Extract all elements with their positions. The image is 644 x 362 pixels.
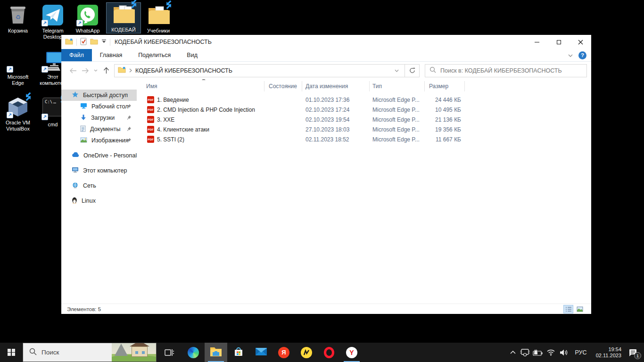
search-input[interactable]	[440, 67, 582, 74]
desktop-icon-recycle-bin[interactable]: ♻ Корзина	[1, 4, 35, 34]
clock[interactable]: 19:54 02.11.2023	[591, 343, 622, 362]
task-view-button[interactable]	[157, 343, 182, 362]
sidebar-item-onedrive[interactable]: OneDrive - Personal	[61, 150, 137, 161]
sidebar-item-label: Рабочий стол	[91, 103, 128, 110]
taskbar-search-input[interactable]	[41, 349, 93, 356]
sidebar-item-this-pc[interactable]: Этот компьютер	[61, 165, 137, 176]
sidebar-item-quick-access[interactable]: Быстрый доступ	[61, 90, 137, 101]
file-name: 4. Клиентские атаки	[157, 126, 209, 133]
address-dropdown-icon[interactable]	[392, 69, 401, 72]
file-list-pane: Имя Состояние Дата изменения Тип Размер …	[137, 79, 591, 304]
taskbar-search[interactable]	[23, 343, 157, 362]
file-row[interactable]: PDF 4. Клиентские атаки 27.10.2023 18:03…	[137, 125, 591, 135]
sidebar-item-label: Изображения	[91, 137, 129, 144]
new-folder-button[interactable]	[90, 38, 98, 46]
sidebar-item-desktop[interactable]: Рабочий стол	[61, 101, 137, 112]
breadcrumb[interactable]: КОДЕБАЙ КИБЕРБЕЗОПАСНОСТЬ	[135, 67, 232, 74]
action-center-button[interactable]: 1	[622, 343, 644, 362]
address-bar[interactable]: КОДЕБАЙ КИБЕРБЕЗОПАСНОСТЬ	[114, 64, 405, 77]
column-divider[interactable]	[464, 81, 465, 91]
file-modified: 02.10.2023 17:24	[305, 107, 349, 113]
thumbnails-view-button[interactable]	[575, 305, 585, 313]
column-header-type[interactable]: Тип	[372, 83, 382, 90]
column-header-size[interactable]: Размер	[429, 83, 448, 90]
refresh-button[interactable]	[405, 64, 420, 77]
column-header-modified[interactable]: Дата изменения	[305, 83, 348, 90]
battery-charging-icon[interactable]	[531, 343, 545, 362]
desktop-icon-edge[interactable]: Microsoft Edge	[1, 50, 35, 86]
taskbar-app-opera[interactable]	[318, 343, 340, 362]
up-button[interactable]	[100, 65, 112, 77]
back-button[interactable]	[67, 65, 79, 77]
file-row[interactable]: PDF 1. Введение 01.10.2023 17:36 Microso…	[137, 95, 591, 105]
volume-icon[interactable]	[557, 343, 570, 362]
breadcrumb-chevron-icon	[129, 67, 132, 74]
sidebar-item-network[interactable]: Сеть	[61, 180, 137, 191]
this-pc-icon	[72, 167, 79, 174]
wifi-icon[interactable]	[545, 343, 557, 362]
expand-ribbon-icon[interactable]	[568, 52, 573, 58]
details-view-button[interactable]	[563, 305, 573, 313]
file-row[interactable]: PDF 5. SSTI (2) 02.11.2023 18:52 Microso…	[137, 135, 591, 145]
start-button[interactable]	[0, 343, 23, 362]
search-box[interactable]	[425, 64, 587, 77]
sidebar-item-label: Этот компьютер	[83, 167, 127, 174]
file-type: Microsoft Edge P...	[372, 136, 420, 143]
desktop-icon-virtualbox[interactable]: Oracle VM VirtualBox	[1, 96, 35, 132]
explorer-body: Быстрый доступ Рабочий стол Загрузки Док…	[61, 79, 591, 304]
sidebar-item-downloads[interactable]: Загрузки	[61, 112, 137, 123]
taskbar-app-explorer[interactable]	[205, 343, 227, 362]
column-divider[interactable]	[369, 81, 370, 91]
search-highlight-image[interactable]	[112, 343, 156, 362]
divider	[76, 39, 77, 46]
column-divider[interactable]	[424, 81, 425, 91]
window-folder-icon	[65, 38, 73, 46]
items-count: Элементов: 5	[67, 306, 101, 312]
customize-qat-button[interactable]	[101, 39, 107, 45]
close-button[interactable]	[570, 35, 591, 49]
taskbar-app-yandex-browser[interactable]: Y	[340, 343, 363, 362]
tab-file[interactable]: Файл	[61, 49, 92, 61]
column-header-name[interactable]: Имя	[146, 83, 157, 90]
help-button[interactable]: ?	[578, 51, 586, 59]
column-header-status[interactable]: Состояние	[269, 83, 297, 90]
desktop-icon-label: КОДЕБАЙ	[107, 27, 140, 33]
taskbar-app-yandex[interactable]: Я	[272, 343, 295, 362]
system-tray: РУС 19:54 02.11.2023 1	[507, 343, 644, 362]
taskbar-app-yellow[interactable]	[295, 343, 318, 362]
sidebar-item-documents[interactable]: Документы	[61, 123, 137, 135]
cast-display-icon[interactable]	[519, 343, 531, 362]
taskbar-app-mail[interactable]	[250, 343, 272, 362]
recent-locations-button[interactable]	[91, 65, 100, 77]
tab-home[interactable]: Главная	[92, 49, 131, 61]
pdf-file-icon: PDF	[147, 126, 154, 133]
sidebar-item-linux[interactable]: Linux	[61, 195, 137, 206]
desktop-icon-whatsapp[interactable]: WhatsApp	[71, 4, 105, 34]
window-controls	[526, 35, 591, 49]
sidebar-item-label: Linux	[82, 197, 96, 204]
desktop-icon-uchebniki[interactable]: PDF Учебники	[141, 4, 175, 34]
maximize-button[interactable]	[548, 35, 570, 49]
file-row[interactable]: PDF 3. XXE 02.10.2023 19:54 Microsoft Ed…	[137, 115, 591, 125]
sidebar-item-label: Загрузки	[91, 115, 115, 121]
sidebar-item-pictures[interactable]: Изображения	[61, 135, 137, 146]
column-divider[interactable]	[302, 81, 302, 91]
minimize-button[interactable]	[526, 35, 548, 49]
tab-share[interactable]: Поделиться	[130, 49, 179, 61]
taskbar-app-store[interactable]	[227, 343, 250, 362]
hidden-icons-chevron[interactable]	[507, 343, 519, 362]
tab-view[interactable]: Вид	[179, 49, 206, 61]
network-icon	[72, 182, 79, 190]
notification-badge: 1	[634, 352, 641, 359]
file-row[interactable]: PDF 2. CMD Injection & PHP Code Injectio…	[137, 105, 591, 115]
file-type: Microsoft Edge P...	[372, 126, 420, 133]
column-divider[interactable]	[264, 81, 264, 91]
language-indicator[interactable]: РУС	[570, 343, 591, 362]
file-modified: 27.10.2023 18:03	[305, 126, 349, 133]
forward-button[interactable]	[79, 65, 91, 77]
desktop-icon-kodebay[interactable]: PDF КОДЕБАЙ	[107, 3, 140, 33]
taskbar-app-edge[interactable]	[182, 343, 205, 362]
shortcut-arrow-icon	[41, 114, 48, 120]
file-modified: 01.10.2023 17:36	[305, 97, 349, 103]
properties-button[interactable]	[80, 38, 87, 47]
